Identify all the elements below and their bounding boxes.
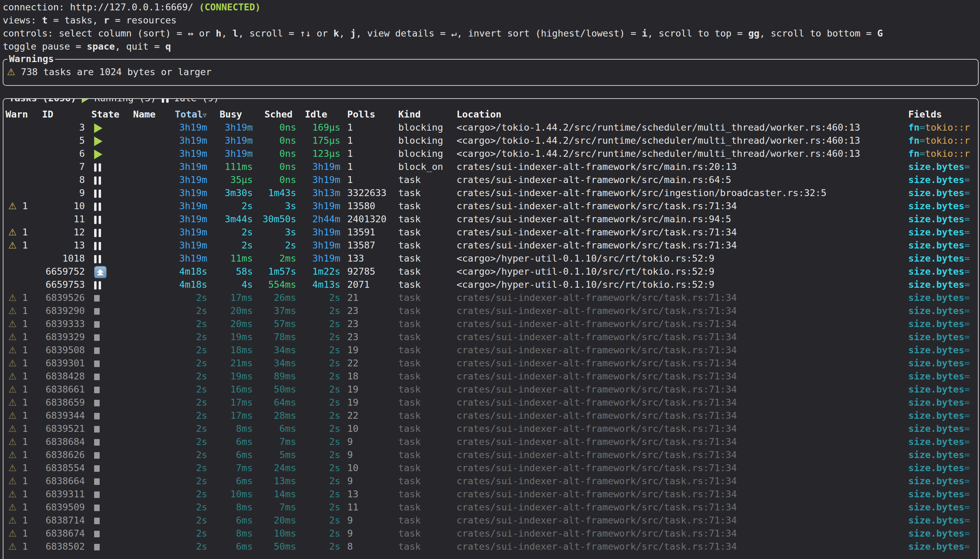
column-header-name[interactable]: Name bbox=[130, 108, 173, 121]
table-row[interactable]: ⚠ 168386642s6ms13ms2s9taskcrates/sui-ind… bbox=[3, 475, 978, 488]
cell-warn: ⚠ 1 bbox=[3, 200, 39, 213]
table-row[interactable]: ⚠ 168386742s8ms10ms2s9taskcrates/sui-ind… bbox=[3, 527, 978, 540]
table-row[interactable]: ⚠ 168385542s7ms24ms2s10taskcrates/sui-in… bbox=[3, 461, 978, 475]
cell-warn: ⚠ 1 bbox=[3, 540, 39, 553]
column-header-state[interactable]: State bbox=[85, 108, 130, 121]
cell-total-duration: 3h19m bbox=[173, 121, 207, 134]
field-name: size.bytes bbox=[908, 174, 965, 185]
table-row[interactable]: ⚠ 168384282s19ms89ms2s18taskcrates/sui-i… bbox=[3, 370, 978, 383]
completed-state-icon bbox=[94, 504, 100, 511]
cell-name bbox=[130, 422, 173, 435]
cell-polls: 9 bbox=[340, 475, 395, 488]
field-name: size.bytes bbox=[908, 410, 965, 421]
field-equals: = bbox=[920, 122, 925, 133]
running-icon bbox=[82, 98, 89, 103]
column-header-kind[interactable]: Kind bbox=[395, 108, 455, 121]
table-row[interactable]: ⚠ 168385022s6ms50ms2s8taskcrates/sui-ind… bbox=[3, 540, 978, 553]
field-name: size.bytes bbox=[908, 528, 965, 539]
table-row[interactable]: ⚠ 168393292s19ms78ms2s23taskcrates/sui-i… bbox=[3, 331, 978, 344]
cell-name bbox=[130, 344, 173, 357]
cell-kind: task bbox=[395, 475, 455, 488]
field-name: size.bytes bbox=[908, 436, 965, 447]
field-equals: = bbox=[920, 135, 925, 146]
cell-sched-duration: 34ms bbox=[253, 357, 296, 370]
table-row[interactable]: ⚠ 168392902s20ms37ms2s23taskcrates/sui-i… bbox=[3, 304, 978, 318]
column-header-sched[interactable]: Sched bbox=[253, 108, 296, 121]
column-header-busy[interactable]: Busy bbox=[207, 108, 253, 121]
table-row[interactable]: 33h19m3h19m0ns169µs1blocking<cargo>/toki… bbox=[3, 121, 978, 134]
table-row[interactable]: 113h19m3m44s30m50s2h44m2401320taskcrates… bbox=[3, 213, 978, 226]
cell-kind: task bbox=[395, 501, 455, 514]
cell-task-id: 8 bbox=[39, 174, 85, 187]
table-row[interactable]: 53h19m3h19m0ns175µs1blocking<cargo>/toki… bbox=[3, 134, 978, 147]
cell-state bbox=[85, 213, 130, 226]
cell-polls: 23 bbox=[340, 304, 395, 318]
table-row[interactable]: ⚠ 168386262s6ms5ms2s9taskcrates/sui-inde… bbox=[3, 448, 978, 461]
table-row[interactable]: ⚠ 168386842s6ms7ms2s9taskcrates/sui-inde… bbox=[3, 435, 978, 448]
cell-busy-duration: 20ms bbox=[207, 318, 253, 331]
table-row[interactable]: 73h19m111ms0ns3h19m1block_oncrates/sui-i… bbox=[3, 160, 978, 174]
table-row[interactable]: ⚠ 1123h19m2s3s3h19m13591taskcrates/sui-i… bbox=[3, 226, 978, 239]
cell-task-id: 6839301 bbox=[39, 357, 85, 370]
cell-sched-duration: 50ms bbox=[253, 383, 296, 396]
field-value: tokio::r bbox=[925, 135, 970, 146]
cell-task-id: 6838554 bbox=[39, 461, 85, 475]
column-header-location[interactable]: Location bbox=[455, 108, 906, 121]
table-row[interactable]: ⚠ 168393332s20ms57ms2s23taskcrates/sui-i… bbox=[3, 318, 978, 331]
cell-state bbox=[85, 226, 130, 239]
column-header-id[interactable]: ID bbox=[39, 108, 85, 121]
column-header-polls[interactable]: Polls bbox=[340, 108, 395, 121]
cell-polls: 9 bbox=[340, 435, 395, 448]
cell-state bbox=[85, 488, 130, 501]
table-row[interactable]: 10183h19m11ms2ms3h19m133task<cargo>/hype… bbox=[3, 252, 978, 265]
column-header-total-sorted[interactable]: Total▿ bbox=[173, 108, 207, 121]
table-row[interactable]: ⚠ 168395082s18ms34ms2s19taskcrates/sui-i… bbox=[3, 344, 978, 357]
cell-state bbox=[85, 514, 130, 527]
cell-state bbox=[85, 318, 130, 331]
cell-idle-duration: 3h19m bbox=[296, 226, 340, 239]
cell-name bbox=[130, 265, 173, 278]
table-row[interactable]: ⚠ 1103h19m2s3s3h19m13580taskcrates/sui-i… bbox=[3, 200, 978, 213]
cell-name bbox=[130, 291, 173, 304]
table-row[interactable]: ⚠ 168395262s17ms26ms2s21taskcrates/sui-i… bbox=[3, 291, 978, 304]
warning-icon: ⚠ bbox=[8, 410, 17, 421]
table-row[interactable]: 93h19m3m30s1m43s3h13m3322633taskcrates/s… bbox=[3, 187, 978, 200]
table-row[interactable]: 66597534m18s4s554ms4m13s2071task<cargo>/… bbox=[3, 278, 978, 291]
table-row[interactable]: ⚠ 168393112s10ms14ms2s13taskcrates/sui-i… bbox=[3, 488, 978, 501]
warning-icon: ⚠ bbox=[8, 541, 17, 552]
cell-sched-duration: 1m43s bbox=[253, 187, 296, 200]
table-row[interactable]: ⚠ 168386612s16ms50ms2s19taskcrates/sui-i… bbox=[3, 383, 978, 396]
cell-sched-duration: 0ns bbox=[253, 121, 296, 134]
cell-task-id: 6839508 bbox=[39, 344, 85, 357]
column-header-idle[interactable]: Idle bbox=[296, 108, 340, 121]
idle-pause-state-icon bbox=[94, 281, 101, 289]
cell-sched-duration: 3s bbox=[253, 200, 296, 213]
column-header-fields[interactable]: Fields bbox=[906, 108, 978, 121]
warning-icon: ⚠ bbox=[8, 318, 17, 329]
completed-state-icon bbox=[94, 518, 100, 524]
cell-total-duration: 2s bbox=[173, 514, 207, 527]
tasks-panel: Tasks (2056) Running (3) Idle (9) Warn I… bbox=[3, 98, 978, 559]
table-row[interactable]: ⚠ 168387142s6ms20ms2s9taskcrates/sui-ind… bbox=[3, 514, 978, 527]
cell-kind: task bbox=[395, 383, 455, 396]
table-row[interactable]: 83h19m35µs0ns3h19m1taskcrates/sui-indexe… bbox=[3, 174, 978, 187]
table-row[interactable]: ⚠ 168386592s17ms64ms2s19taskcrates/sui-i… bbox=[3, 396, 978, 409]
table-row[interactable]: ⚠ 168393442s17ms28ms2s22taskcrates/sui-i… bbox=[3, 409, 978, 422]
cell-name bbox=[130, 383, 173, 396]
table-row[interactable]: ⚠ 168395092s8ms7ms2s11taskcrates/sui-ind… bbox=[3, 501, 978, 514]
cell-warn: ⚠ 1 bbox=[3, 304, 39, 318]
table-row[interactable]: ⚠ 168393012s21ms34ms2s22taskcrates/sui-i… bbox=[3, 357, 978, 370]
cell-location: crates/sui-indexer-alt-framework/src/tas… bbox=[455, 200, 906, 213]
cell-sched-duration: 7ms bbox=[253, 435, 296, 448]
table-row[interactable]: ⚠ 1133h19m2s2s3h19m13587taskcrates/sui-i… bbox=[3, 239, 978, 252]
cell-fields: size.bytes= bbox=[906, 461, 978, 475]
cell-task-id: 6838626 bbox=[39, 448, 85, 461]
column-header-warn[interactable]: Warn bbox=[3, 108, 39, 121]
cell-kind: blocking bbox=[395, 147, 455, 160]
cell-polls: 9 bbox=[340, 514, 395, 527]
table-row[interactable]: 66597524m18s58s1m57s1m22s92785task<cargo… bbox=[3, 265, 978, 278]
table-row[interactable]: ⚠ 168395212s8ms6ms2s10taskcrates/sui-ind… bbox=[3, 422, 978, 435]
table-row[interactable]: 63h19m3h19m0ns123µs1blocking<cargo>/toki… bbox=[3, 147, 978, 160]
field-equals: = bbox=[965, 161, 970, 172]
cell-task-id: 9 bbox=[39, 187, 85, 200]
